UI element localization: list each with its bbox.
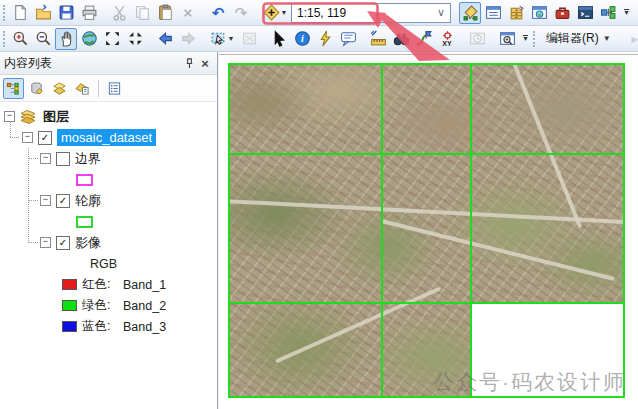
toolbar-grip[interactable] <box>533 31 535 47</box>
svg-text:i: i <box>301 33 304 44</box>
paste-button[interactable] <box>154 2 176 24</box>
play-arrow-icon: ► <box>629 33 638 45</box>
list-by-drawing-order-button[interactable] <box>3 78 24 99</box>
goto-xy-icon: XY <box>442 31 451 47</box>
blue-band-swatch[interactable] <box>62 321 77 332</box>
tree-connector <box>10 121 11 137</box>
measure-button[interactable] <box>367 28 389 50</box>
catalog-window-button[interactable] <box>505 2 527 24</box>
arctoolbox-window-button[interactable] <box>551 2 573 24</box>
print-button[interactable] <box>78 2 100 24</box>
pan-button[interactable] <box>55 28 77 50</box>
close-panel-button[interactable]: × <box>197 55 213 71</box>
band-row-green: 绿色: Band_2 <box>0 295 217 316</box>
select-elements-button[interactable] <box>268 28 290 50</box>
binoculars-icon <box>393 30 410 47</box>
collapse-expander-icon[interactable]: − <box>40 195 51 206</box>
go-back-extent-button[interactable] <box>154 28 176 50</box>
map-viewport[interactable]: 公众号·码农设计师 <box>219 52 638 409</box>
html-popup-button[interactable] <box>337 28 359 50</box>
new-document-button[interactable] <box>9 2 31 24</box>
zoom-in-button[interactable] <box>9 28 31 50</box>
list-by-source-button[interactable] <box>26 78 47 99</box>
collapse-expander-icon[interactable]: − <box>22 132 33 143</box>
identify-button[interactable]: i <box>291 28 313 50</box>
fixed-zoom-out-button[interactable] <box>124 28 146 50</box>
mosaic-dataset-label[interactable]: mosaic_dataset <box>57 129 156 146</box>
pin-button[interactable] <box>181 55 197 71</box>
footprint-label[interactable]: 轮廓 <box>75 192 101 210</box>
catalog-icon <box>508 4 525 21</box>
add-data-button[interactable]: ▼ <box>260 2 290 24</box>
copy-button[interactable] <box>131 2 153 24</box>
footprint-symbol-swatch[interactable] <box>76 216 93 228</box>
layers-group-label[interactable]: 图层 <box>43 108 69 126</box>
collapse-expander-icon[interactable]: − <box>40 237 51 248</box>
mosaic-imagery-canvas[interactable] <box>228 63 625 398</box>
mosaic-checkbox[interactable]: ✓ <box>38 131 52 145</box>
options-list-icon <box>107 81 122 96</box>
image-label[interactable]: 影像 <box>75 234 101 252</box>
save-button[interactable] <box>55 2 77 24</box>
road-texture <box>228 199 625 225</box>
boundary-symbol-swatch[interactable] <box>76 174 93 186</box>
select-features-button[interactable]: ▼ <box>207 28 237 50</box>
toolbar-separator <box>98 80 99 97</box>
watermark-text: 公众号·码农设计师 <box>433 368 626 396</box>
footprint-checkbox[interactable]: ✓ <box>56 194 70 208</box>
tree-item-mosaic-dataset[interactable]: − ✓ mosaic_dataset <box>0 127 217 148</box>
toolbar-grip[interactable] <box>3 5 5 21</box>
list-by-visibility-button[interactable] <box>49 78 70 99</box>
road-texture <box>275 287 441 364</box>
clear-selection-button[interactable] <box>238 28 260 50</box>
go-forward-extent-button[interactable] <box>177 28 199 50</box>
fixed-zoom-in-button[interactable] <box>101 28 123 50</box>
undo-button[interactable]: ↶ <box>207 2 229 24</box>
hyperlink-button[interactable] <box>314 28 336 50</box>
visibility-icon <box>52 81 67 96</box>
toolbar-overflow-button[interactable]: ▾ <box>519 28 532 50</box>
modelbuilder-window-button[interactable] <box>597 2 619 24</box>
tree-item-layers[interactable]: − 图层 <box>0 106 217 127</box>
editor-toolbar-toggle-button[interactable] <box>459 2 481 24</box>
toc-options-button[interactable] <box>104 78 125 99</box>
toc-title-bar: 内容列表 × <box>0 52 217 75</box>
open-button[interactable] <box>32 2 54 24</box>
find-route-button[interactable] <box>413 28 435 50</box>
find-button[interactable] <box>390 28 412 50</box>
image-checkbox[interactable]: ✓ <box>56 236 70 250</box>
viewer-window-button[interactable] <box>496 28 518 50</box>
copy-icon <box>134 4 151 21</box>
zoom-out-button[interactable] <box>32 28 54 50</box>
red-band-swatch[interactable] <box>62 279 77 290</box>
boundary-checkbox[interactable] <box>56 152 70 166</box>
list-by-selection-button[interactable] <box>72 78 93 99</box>
table-of-contents-window-button[interactable] <box>482 2 504 24</box>
search-window-button[interactable] <box>528 2 550 24</box>
identify-icon: i <box>294 30 311 47</box>
green-band-swatch[interactable] <box>62 300 77 311</box>
boundary-label[interactable]: 边界 <box>75 150 101 168</box>
time-slider-button[interactable] <box>466 28 488 50</box>
delete-button[interactable]: × <box>177 2 199 24</box>
road-texture <box>381 219 615 281</box>
green-band-name: Band_2 <box>123 299 166 313</box>
cut-button[interactable] <box>108 2 130 24</box>
search-window-icon <box>531 4 548 21</box>
toolbar-grip[interactable] <box>3 31 5 47</box>
renderer-type-row: RGB <box>0 253 217 274</box>
collapse-expander-icon[interactable]: − <box>40 153 51 164</box>
editor-menu-button[interactable]: 编辑器(R) ▼ <box>539 28 618 49</box>
python-window-icon <box>577 4 594 21</box>
footprint-grid-line <box>623 63 625 398</box>
goto-xy-button[interactable]: XY <box>436 28 458 50</box>
python-window-button[interactable] <box>574 2 596 24</box>
drawing-order-icon <box>6 81 21 96</box>
redo-button[interactable]: ↷ <box>230 2 252 24</box>
full-extent-button[interactable] <box>78 28 100 50</box>
edit-tool-button[interactable]: ► <box>626 28 638 50</box>
toolbar-overflow-button[interactable]: ▾ <box>620 2 633 24</box>
footprint-symbol-row <box>0 211 217 232</box>
scale-combobox[interactable]: 1:15, 119 ∨ <box>291 3 451 23</box>
footprint-grid-line <box>470 63 472 398</box>
